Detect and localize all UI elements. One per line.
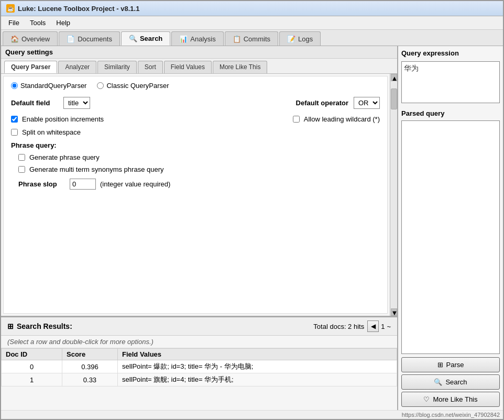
total-hits: Total docs: 2 hits ◀ 1 ~: [313, 320, 391, 332]
generate-multi-term-row: Generate multi term synonyms phrase quer…: [18, 165, 380, 173]
generate-phrase-row: Generate phrase query: [18, 153, 380, 161]
default-operator-select[interactable]: OR: [354, 97, 380, 109]
sub-tab-query-parser[interactable]: Query Parser: [4, 61, 57, 73]
col-field-values: Field Values: [117, 349, 397, 360]
standard-parser-radio[interactable]: [11, 82, 18, 89]
parse-icon: ⊞: [437, 361, 443, 369]
tab-search[interactable]: 🔍 Search: [121, 31, 170, 46]
default-operator-label: Default operator: [296, 99, 348, 107]
results-table: Doc ID Score Field Values 0 0.396 sellPo…: [1, 348, 397, 386]
scroll-up-btn[interactable]: ▲: [391, 74, 397, 81]
analysis-icon: 📊: [179, 35, 188, 43]
row1-doc-id: 1: [2, 373, 62, 386]
phrase-slop-input[interactable]: [70, 179, 96, 190]
row0-score: 0.396: [62, 360, 117, 373]
main-tab-bar: 🏠 Overview 📄 Documents 🔍 Search 📊 Analys…: [1, 30, 503, 46]
query-parser-scroll-area: StandardQueryParser Classic QueryParser …: [1, 74, 397, 316]
tab-commits-label: Commits: [244, 35, 270, 43]
results-hint: (Select a row and double-click for more …: [1, 336, 397, 348]
classic-parser-option[interactable]: Classic QueryParser: [97, 82, 169, 90]
sub-tab-sort[interactable]: Sort: [138, 61, 163, 73]
default-field-select[interactable]: title: [63, 97, 90, 109]
menu-file[interactable]: File: [3, 17, 25, 28]
watermark: https://blog.csdn.net/weixin_47902842: [1, 410, 503, 419]
scroll-thumb[interactable]: [391, 89, 397, 109]
search-button[interactable]: 🔍 Search: [401, 374, 500, 390]
main-window: ☕ Luke: Lucene Toolbox Project - v8.1.1 …: [0, 0, 504, 420]
classic-parser-radio[interactable]: [97, 82, 104, 89]
tab-search-label: Search: [140, 35, 162, 42]
table-row[interactable]: 0 0.396 sellPoint= 爆款; id=3; title= 华为 -…: [2, 360, 397, 373]
search-label: Search: [445, 378, 467, 386]
app-icon: ☕: [6, 4, 15, 13]
split-whitespace-label: Split on whitespace: [22, 128, 81, 136]
scroll-down-btn[interactable]: ▼: [391, 308, 397, 316]
more-like-this-label: More Like This: [433, 395, 477, 403]
search-btn-icon: 🔍: [434, 378, 442, 386]
content-scrollbar[interactable]: ▲ ▼: [390, 74, 397, 316]
row0-doc-id: 0: [2, 360, 62, 373]
tab-overview[interactable]: 🏠 Overview: [3, 31, 58, 46]
title-bar: ☕ Luke: Lucene Toolbox Project - v8.1.1: [1, 1, 503, 16]
right-buttons: ⊞ Parse 🔍 Search ♡ More Like This: [401, 357, 500, 407]
position-increments-checkbox[interactable]: [11, 116, 18, 123]
sub-tab-analyzer[interactable]: Analyzer: [58, 61, 96, 73]
menu-tools[interactable]: Tools: [25, 17, 51, 28]
leading-wildcard-checkbox[interactable]: [293, 116, 300, 123]
tab-documents-label: Documents: [78, 35, 112, 43]
query-expression-box[interactable]: 华为: [401, 61, 500, 103]
phrase-slop-row: Phrase slop (integer value required): [18, 179, 380, 190]
row1-field-values: sellPoint= 旗舰; id=4; title= 华为手机;: [117, 373, 397, 386]
default-field-row: Default field title Default operator OR: [11, 97, 380, 109]
parsed-query-box[interactable]: [401, 120, 500, 354]
table-row[interactable]: 1 0.33 sellPoint= 旗舰; id=4; title= 华为手机;: [2, 373, 397, 386]
generate-multi-term-checkbox[interactable]: [18, 166, 25, 173]
default-field-label: Default field: [11, 99, 58, 107]
row1-score: 0.33: [62, 373, 117, 386]
more-like-this-button[interactable]: ♡ More Like This: [401, 392, 500, 407]
generate-phrase-checkbox[interactable]: [18, 154, 25, 161]
leading-wildcard-label: Allow leading wildcard (*): [304, 115, 380, 123]
sub-tab-similarity[interactable]: Similarity: [97, 61, 137, 73]
position-increments-label: Enable position increments: [22, 115, 104, 123]
results-table-body: 0 0.396 sellPoint= 爆款; id=3; title= 华为 -…: [2, 360, 397, 386]
heart-icon: ♡: [423, 395, 430, 403]
page-tilde: ~: [387, 323, 391, 330]
menu-bar: File Tools Help: [1, 16, 503, 30]
split-whitespace-row: Split on whitespace: [11, 128, 380, 136]
right-panel: Query expression 华为 Parsed query ⊞ Parse…: [398, 46, 503, 410]
tab-logs[interactable]: 📝 Logs: [279, 31, 321, 46]
page-nav: ◀ 1 ~: [367, 320, 391, 332]
phrase-query-section: Phrase query: Generate phrase query Gene…: [11, 141, 380, 190]
query-expression-value: 华为: [404, 64, 419, 72]
generate-phrase-label: Generate phrase query: [29, 153, 100, 161]
sub-tab-bar: Query Parser Analyzer Similarity Sort Fi…: [1, 59, 397, 74]
split-whitespace-checkbox[interactable]: [11, 129, 18, 136]
left-panel: Query settings Query Parser Analyzer Sim…: [1, 46, 398, 410]
documents-icon: 📄: [67, 35, 75, 43]
overview-icon: 🏠: [10, 35, 19, 43]
query-settings-header: Query settings: [1, 46, 397, 59]
sub-tab-field-values[interactable]: Field Values: [164, 61, 212, 73]
tab-analysis-label: Analysis: [190, 35, 215, 43]
tab-commits[interactable]: 📋 Commits: [225, 31, 278, 46]
tab-analysis[interactable]: 📊 Analysis: [171, 31, 223, 46]
row0-field-values: sellPoint= 爆款; id=3; title= 华为 - 华为电脑;: [117, 360, 397, 373]
commits-icon: 📋: [233, 35, 241, 43]
col-doc-id: Doc ID: [2, 349, 62, 360]
search-tab-icon: 🔍: [129, 35, 137, 42]
parse-button[interactable]: ⊞ Parse: [401, 357, 500, 372]
standard-parser-option[interactable]: StandardQueryParser: [11, 82, 86, 90]
results-header: ⊞ Search Results: Total docs: 2 hits ◀ 1…: [1, 317, 397, 336]
tab-overview-label: Overview: [21, 35, 50, 43]
sub-tab-more-like-this[interactable]: More Like This: [213, 61, 267, 73]
col-score: Score: [62, 349, 117, 360]
prev-page-btn[interactable]: ◀: [367, 320, 379, 332]
phrase-slop-hint: (integer value required): [100, 180, 170, 188]
parse-label: Parse: [446, 361, 464, 369]
tab-documents[interactable]: 📄 Documents: [59, 31, 120, 46]
menu-help[interactable]: Help: [51, 17, 75, 28]
phrase-query-label: Phrase query:: [11, 141, 380, 149]
window-title: Luke: Lucene Toolbox Project - v8.1.1: [18, 5, 139, 13]
parser-radio-group: StandardQueryParser Classic QueryParser: [11, 82, 380, 90]
